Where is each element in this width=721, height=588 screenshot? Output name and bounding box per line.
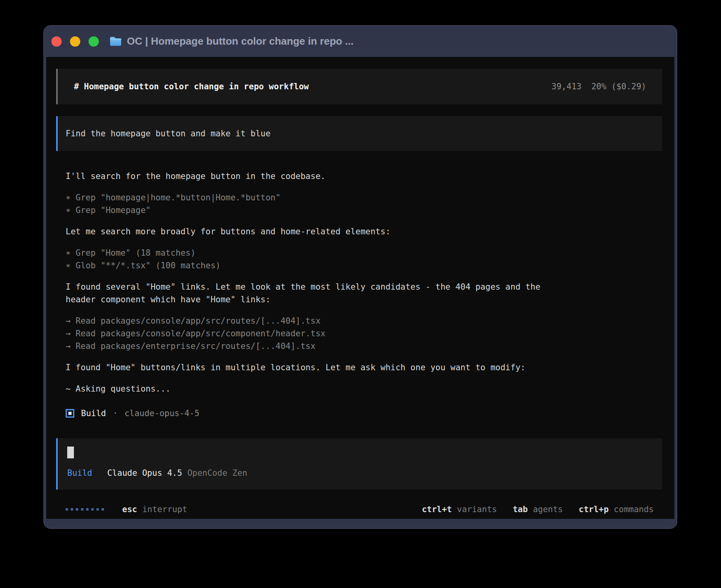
session-header: # Homepage button color change in repo w…: [56, 69, 662, 104]
zoom-button[interactable]: [89, 36, 99, 47]
window-title: OC | Homepage button color change in rep…: [127, 35, 354, 47]
agent-icon: [66, 409, 74, 418]
commands-label: commands: [614, 505, 654, 514]
ctrl-t-key: ctrl+t: [422, 505, 452, 514]
tool-call-group: ∗ Grep "Home" (18 matches) ∗ Glob "**/*.…: [66, 247, 662, 272]
hint-variants: ctrl+tvariants: [422, 503, 497, 516]
tool-call-grep: ∗ Grep "homepage|home.*button|Home.*butt…: [66, 191, 662, 204]
spinner-dot: [81, 508, 83, 511]
window-controls: [51, 36, 99, 47]
close-button[interactable]: [51, 36, 62, 47]
user-message: Find the homepage button and make it blu…: [56, 116, 662, 151]
esc-key: esc: [122, 505, 137, 514]
context-usage: 20% ($0.29): [591, 82, 646, 91]
input-model-name[interactable]: Claude Opus 4.5: [107, 467, 182, 479]
tool-call-read: → Read packages/console/app/src/componen…: [66, 327, 662, 340]
agent-name: Build: [81, 407, 106, 420]
spinner-dot: [76, 508, 78, 511]
spinner-dot: [91, 508, 94, 511]
user-message-text: Find the homepage button and make it blu…: [66, 129, 270, 138]
spinner-dot: [71, 508, 73, 511]
assistant-paragraph: I found "Home" buttons/links in multiple…: [66, 361, 662, 374]
status-bar-left: escinterrupt: [66, 503, 187, 516]
activity-status: ~ Asking questions...: [66, 383, 662, 395]
tool-call-group: → Read packages/console/app/src/routes/[…: [66, 315, 662, 352]
minimize-button[interactable]: [70, 36, 80, 47]
input-provider-name: OpenCode Zen: [187, 467, 247, 479]
assistant-paragraph: I found several "Home" links. Let me loo…: [66, 281, 662, 306]
agent-model: claude-opus-4-5: [125, 407, 200, 420]
token-count: 39,413: [551, 82, 581, 91]
input-footer: Build Claude Opus 4.5 OpenCode Zen: [67, 467, 654, 479]
assistant-text: I found "Home" buttons/links in multiple…: [66, 361, 662, 374]
agents-label: agents: [533, 505, 563, 514]
assistant-text: header component which have "Home" links…: [66, 293, 662, 306]
ctrl-p-key: ctrl+p: [579, 505, 609, 514]
prompt-input-line[interactable]: [67, 446, 654, 459]
status-bar: escinterrupt ctrl+tvariants tabagents ct…: [66, 503, 654, 516]
spinner-dots: [66, 508, 104, 511]
assistant-paragraph: I'll search for the homepage button in t…: [66, 170, 662, 183]
hint-agents: tabagents: [513, 503, 563, 516]
assistant-text: I found several "Home" links. Let me loo…: [66, 281, 662, 293]
prompt-input[interactable]: Build Claude Opus 4.5 OpenCode Zen: [56, 438, 662, 490]
spinner-dot: [86, 508, 89, 511]
variants-label: variants: [457, 505, 497, 514]
tool-call-glob: ∗ Glob "**/*.tsx" (100 matches): [66, 259, 662, 272]
tool-call-group: ∗ Grep "homepage|home.*button|Home.*butt…: [66, 191, 662, 217]
spinner-dot: [66, 508, 68, 511]
esc-label: interrupt: [142, 505, 187, 514]
assistant-paragraph: Let me search more broadly for buttons a…: [66, 225, 662, 238]
assistant-text: I'll search for the homepage button in t…: [66, 170, 662, 183]
agent-separator: ·: [113, 407, 118, 420]
input-agent-mode[interactable]: Build: [67, 467, 92, 479]
session-title: # Homepage button color change in repo w…: [74, 80, 309, 93]
activity-status-text: ~ Asking questions...: [66, 383, 662, 395]
terminal-screen[interactable]: # Homepage button color change in repo w…: [46, 57, 674, 519]
hint-interrupt: escinterrupt: [122, 503, 187, 516]
folder-icon: [109, 36, 122, 47]
assistant-transcript: I'll search for the homepage button in t…: [66, 170, 662, 395]
desktop: OC | Homepage button color change in rep…: [0, 0, 721, 588]
agent-row: Build · claude-opus-4-5: [66, 407, 662, 420]
terminal-window: OC | Homepage button color change in rep…: [43, 25, 677, 529]
spinner-dot: [102, 508, 104, 511]
status-bar-right: ctrl+tvariants tabagents ctrl+pcommands: [422, 503, 654, 516]
hint-commands: ctrl+pcommands: [579, 503, 654, 516]
titlebar: OC | Homepage button color change in rep…: [44, 26, 677, 57]
spinner-dot: [96, 508, 99, 511]
text-cursor: [67, 447, 74, 458]
session-stats: 39,41320% ($0.29): [551, 80, 646, 93]
tool-call-grep: ∗ Grep "Homepage": [66, 204, 662, 217]
tool-call-read: → Read packages/console/app/src/routes/[…: [66, 315, 662, 327]
assistant-text: Let me search more broadly for buttons a…: [66, 225, 662, 238]
tool-call-read: → Read packages/enterprise/src/routes/[.…: [66, 340, 662, 352]
tab-key: tab: [513, 505, 528, 514]
tool-call-grep: ∗ Grep "Home" (18 matches): [66, 247, 662, 259]
